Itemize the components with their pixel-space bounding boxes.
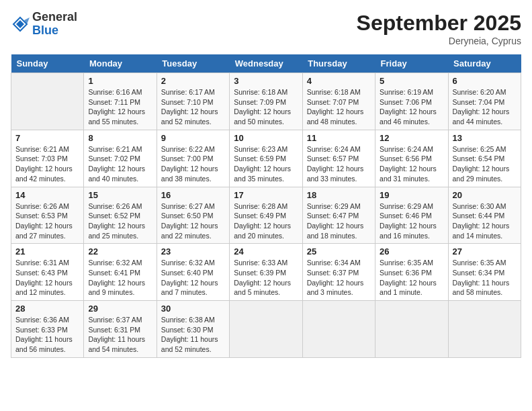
calendar-cell: 19Sunrise: 6:29 AM Sunset: 6:46 PM Dayli…	[375, 187, 448, 244]
week-row-5: 28Sunrise: 6:36 AM Sunset: 6:33 PM Dayli…	[11, 301, 521, 358]
day-header-saturday: Saturday	[448, 54, 521, 73]
calendar-cell: 24Sunrise: 6:33 AM Sunset: 6:39 PM Dayli…	[230, 244, 302, 301]
day-info: Sunrise: 6:35 AM Sunset: 6:36 PM Dayligh…	[380, 258, 443, 298]
calendar-cell: 9Sunrise: 6:22 AM Sunset: 7:00 PM Daylig…	[157, 130, 229, 187]
day-number: 14	[15, 190, 79, 200]
days-header-row: SundayMondayTuesdayWednesdayThursdayFrid…	[11, 54, 521, 73]
day-number: 29	[88, 304, 152, 314]
day-number: 18	[307, 190, 371, 200]
day-number: 9	[161, 133, 225, 143]
calendar-cell: 20Sunrise: 6:30 AM Sunset: 6:44 PM Dayli…	[448, 187, 521, 244]
day-info: Sunrise: 6:33 AM Sunset: 6:39 PM Dayligh…	[234, 258, 298, 298]
day-header-sunday: Sunday	[11, 54, 84, 73]
calendar-cell: 2Sunrise: 6:17 AM Sunset: 7:10 PM Daylig…	[157, 73, 229, 130]
day-info: Sunrise: 6:24 AM Sunset: 6:57 PM Dayligh…	[307, 144, 371, 184]
title-area: September 2025 Deryneia, Cyprus	[357, 11, 521, 46]
day-info: Sunrise: 6:21 AM Sunset: 7:03 PM Dayligh…	[15, 144, 79, 184]
calendar-cell: 26Sunrise: 6:35 AM Sunset: 6:36 PM Dayli…	[375, 244, 448, 301]
calendar-cell: 29Sunrise: 6:37 AM Sunset: 6:31 PM Dayli…	[84, 301, 157, 358]
day-number: 26	[380, 246, 443, 257]
day-number: 7	[15, 133, 79, 143]
location: Deryneia, Cyprus	[357, 36, 521, 46]
calendar-cell: 6Sunrise: 6:20 AM Sunset: 7:04 PM Daylig…	[448, 73, 521, 130]
logo-text: General Blue	[32, 11, 77, 38]
week-row-1: 1Sunrise: 6:16 AM Sunset: 7:11 PM Daylig…	[11, 73, 521, 130]
calendar-cell: 23Sunrise: 6:32 AM Sunset: 6:40 PM Dayli…	[157, 244, 229, 301]
calendar-cell: 27Sunrise: 6:35 AM Sunset: 6:34 PM Dayli…	[448, 244, 521, 301]
calendar-cell	[375, 301, 448, 358]
day-number: 28	[15, 304, 79, 314]
day-info: Sunrise: 6:34 AM Sunset: 6:37 PM Dayligh…	[307, 258, 371, 298]
calendar-cell: 5Sunrise: 6:19 AM Sunset: 7:06 PM Daylig…	[375, 73, 448, 130]
day-number: 6	[453, 76, 517, 86]
week-row-3: 14Sunrise: 6:26 AM Sunset: 6:53 PM Dayli…	[11, 187, 521, 244]
calendar-cell: 3Sunrise: 6:18 AM Sunset: 7:09 PM Daylig…	[230, 73, 302, 130]
day-number: 25	[307, 246, 371, 257]
day-number: 12	[380, 133, 443, 143]
day-number: 5	[380, 76, 443, 86]
day-number: 10	[234, 133, 298, 143]
day-number: 8	[88, 133, 152, 143]
day-header-tuesday: Tuesday	[157, 54, 229, 73]
day-info: Sunrise: 6:27 AM Sunset: 6:50 PM Dayligh…	[161, 201, 225, 241]
calendar-cell: 30Sunrise: 6:38 AM Sunset: 6:30 PM Dayli…	[157, 301, 229, 358]
day-number: 2	[161, 76, 225, 86]
day-info: Sunrise: 6:36 AM Sunset: 6:33 PM Dayligh…	[15, 315, 79, 355]
calendar-cell: 1Sunrise: 6:16 AM Sunset: 7:11 PM Daylig…	[84, 73, 157, 130]
day-info: Sunrise: 6:24 AM Sunset: 6:56 PM Dayligh…	[380, 144, 443, 184]
header: General Blue September 2025 Deryneia, Cy…	[11, 11, 521, 46]
week-row-2: 7Sunrise: 6:21 AM Sunset: 7:03 PM Daylig…	[11, 130, 521, 187]
day-number: 17	[234, 190, 298, 200]
calendar-cell: 16Sunrise: 6:27 AM Sunset: 6:50 PM Dayli…	[157, 187, 229, 244]
day-info: Sunrise: 6:28 AM Sunset: 6:49 PM Dayligh…	[234, 201, 298, 241]
day-number: 27	[453, 246, 517, 257]
calendar-cell	[230, 301, 302, 358]
day-info: Sunrise: 6:31 AM Sunset: 6:43 PM Dayligh…	[15, 258, 79, 298]
day-number: 22	[88, 246, 152, 257]
day-number: 13	[453, 133, 517, 143]
day-number: 21	[15, 246, 79, 257]
day-header-wednesday: Wednesday	[230, 54, 302, 73]
day-number: 19	[380, 190, 443, 200]
calendar-cell: 10Sunrise: 6:23 AM Sunset: 6:59 PM Dayli…	[230, 130, 302, 187]
day-number: 24	[234, 246, 298, 257]
day-info: Sunrise: 6:38 AM Sunset: 6:30 PM Dayligh…	[161, 315, 225, 355]
calendar-cell: 12Sunrise: 6:24 AM Sunset: 6:56 PM Dayli…	[375, 130, 448, 187]
calendar-cell: 17Sunrise: 6:28 AM Sunset: 6:49 PM Dayli…	[230, 187, 302, 244]
calendar-cell: 7Sunrise: 6:21 AM Sunset: 7:03 PM Daylig…	[11, 130, 84, 187]
day-info: Sunrise: 6:17 AM Sunset: 7:10 PM Dayligh…	[161, 87, 225, 127]
day-info: Sunrise: 6:20 AM Sunset: 7:04 PM Dayligh…	[453, 87, 517, 127]
calendar-cell: 11Sunrise: 6:24 AM Sunset: 6:57 PM Dayli…	[302, 130, 375, 187]
calendar-cell: 4Sunrise: 6:18 AM Sunset: 7:07 PM Daylig…	[302, 73, 375, 130]
calendar-cell: 13Sunrise: 6:25 AM Sunset: 6:54 PM Dayli…	[448, 130, 521, 187]
day-info: Sunrise: 6:21 AM Sunset: 7:02 PM Dayligh…	[88, 144, 152, 184]
day-info: Sunrise: 6:22 AM Sunset: 7:00 PM Dayligh…	[161, 144, 225, 184]
day-header-monday: Monday	[84, 54, 157, 73]
calendar-cell	[448, 301, 521, 358]
day-header-thursday: Thursday	[302, 54, 375, 73]
day-number: 20	[453, 190, 517, 200]
day-info: Sunrise: 6:37 AM Sunset: 6:31 PM Dayligh…	[88, 315, 152, 355]
calendar-cell	[302, 301, 375, 358]
day-info: Sunrise: 6:23 AM Sunset: 6:59 PM Dayligh…	[234, 144, 298, 184]
day-info: Sunrise: 6:18 AM Sunset: 7:09 PM Dayligh…	[234, 87, 298, 127]
day-number: 15	[88, 190, 152, 200]
calendar-cell: 15Sunrise: 6:26 AM Sunset: 6:52 PM Dayli…	[84, 187, 157, 244]
week-row-4: 21Sunrise: 6:31 AM Sunset: 6:43 PM Dayli…	[11, 244, 521, 301]
day-info: Sunrise: 6:25 AM Sunset: 6:54 PM Dayligh…	[453, 144, 517, 184]
day-info: Sunrise: 6:29 AM Sunset: 6:46 PM Dayligh…	[380, 201, 443, 241]
day-info: Sunrise: 6:30 AM Sunset: 6:44 PM Dayligh…	[453, 201, 517, 241]
day-header-friday: Friday	[375, 54, 448, 73]
day-info: Sunrise: 6:32 AM Sunset: 6:41 PM Dayligh…	[88, 258, 152, 298]
day-info: Sunrise: 6:26 AM Sunset: 6:53 PM Dayligh…	[15, 201, 79, 241]
day-number: 23	[161, 246, 225, 257]
calendar-cell: 28Sunrise: 6:36 AM Sunset: 6:33 PM Dayli…	[11, 301, 84, 358]
day-number: 3	[234, 76, 298, 86]
day-info: Sunrise: 6:32 AM Sunset: 6:40 PM Dayligh…	[161, 258, 225, 298]
calendar-cell	[11, 73, 84, 130]
logo-icon	[11, 15, 30, 34]
day-info: Sunrise: 6:16 AM Sunset: 7:11 PM Dayligh…	[88, 87, 152, 127]
day-number: 16	[161, 190, 225, 200]
logo: General Blue	[11, 11, 77, 38]
calendar-cell: 22Sunrise: 6:32 AM Sunset: 6:41 PM Dayli…	[84, 244, 157, 301]
